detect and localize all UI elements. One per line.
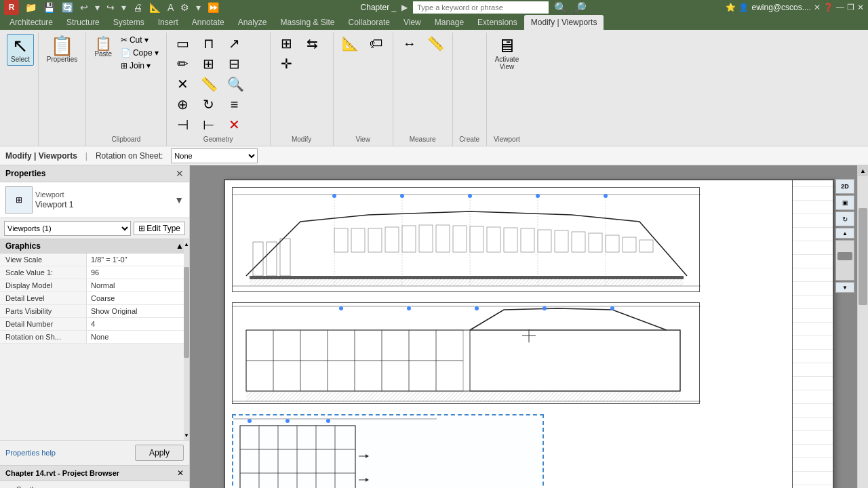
dimension-btn[interactable]: ↔ xyxy=(397,34,422,53)
measure-tool-btn[interactable]: 📏 xyxy=(423,34,448,53)
cope-dropdown-icon[interactable]: ▾ xyxy=(155,48,159,58)
star-icon[interactable]: ⭐ xyxy=(726,3,736,12)
select-btn[interactable]: ↖ Select xyxy=(7,34,34,66)
svg-rect-4 xyxy=(280,239,290,276)
pb-close-btn[interactable]: ✕ xyxy=(177,468,184,478)
view-scale-value[interactable]: 1/8" = 1'-0" xyxy=(87,253,189,266)
pb-item-south[interactable]: South xyxy=(0,484,189,488)
measure-icon[interactable]: 📐 xyxy=(147,2,163,13)
tab-manage[interactable]: Manage xyxy=(428,15,471,30)
view-2d-btn[interactable]: 2D xyxy=(835,179,854,194)
canvas-scrollbar-v[interactable]: ▲ ▼ xyxy=(857,165,868,488)
cut-btn[interactable]: ✂ Cut ▾ xyxy=(117,34,162,46)
properties-help-link[interactable]: Properties help xyxy=(5,449,56,457)
close-app-icon[interactable]: ✕ xyxy=(857,3,864,12)
join-btn[interactable]: ⊞ Join ▾ xyxy=(117,60,162,72)
undo-icon[interactable]: ↩ xyxy=(78,2,90,13)
tab-annotate[interactable]: Annotate xyxy=(185,15,231,30)
graphics-section-header[interactable]: Graphics ▲ xyxy=(0,239,189,253)
user-icon[interactable]: 👤 xyxy=(738,3,749,12)
detail-number-value[interactable]: 4 xyxy=(87,318,189,330)
rectangle-btn[interactable]: ▭ xyxy=(171,34,195,53)
arrow-btn[interactable]: ↗ xyxy=(222,34,247,53)
view-zoom-up-btn[interactable]: ▲ xyxy=(835,228,854,239)
viewport-top[interactable] xyxy=(232,187,700,292)
geo-place-btn[interactable]: ⊕ xyxy=(171,95,195,114)
ruler-btn[interactable]: 📏 xyxy=(197,75,222,94)
geo-search-btn[interactable]: 🔍 xyxy=(223,75,248,94)
viewport-middle[interactable] xyxy=(232,302,700,404)
scale-value-value[interactable]: 96 xyxy=(87,266,189,279)
pipe-btn[interactable]: ⊓ xyxy=(197,34,221,53)
props-scrollbar[interactable]: ▲ ▼ xyxy=(184,239,189,440)
props-scroll-up[interactable]: ▲ xyxy=(184,239,189,249)
text-icon[interactable]: A xyxy=(165,2,176,13)
print-icon[interactable]: 🖨 xyxy=(131,2,144,13)
ribbon-group-modify: ⊞ ⇆ ✛ Modify xyxy=(271,33,334,146)
view-zoom-down-btn[interactable]: ▼ xyxy=(835,282,854,293)
search-input[interactable] xyxy=(413,1,549,14)
cut-dropdown-icon[interactable]: ▾ xyxy=(144,35,149,45)
canvas-area[interactable]: Owner Project Name Unnamed 4.303 2D ▣ ↻ … xyxy=(190,165,868,488)
canvas-scroll-up-btn[interactable]: ▲ xyxy=(858,165,868,176)
view-measure-btn[interactable]: 📐 xyxy=(338,34,363,53)
viewport-selector-arrow[interactable]: ▼ xyxy=(174,195,184,205)
tab-view[interactable]: View xyxy=(397,15,428,30)
geo-trim-btn[interactable]: ⊣ xyxy=(171,115,195,134)
ribbon-search-icon[interactable]: 🔎 xyxy=(573,1,587,14)
copy-btn[interactable]: 📄 Cope ▾ xyxy=(117,47,162,59)
save-icon[interactable]: 💾 xyxy=(41,2,57,13)
tab-architecture[interactable]: Architecture xyxy=(3,15,60,30)
tab-analyze[interactable]: Analyze xyxy=(231,15,274,30)
detail-level-value[interactable]: Coarse xyxy=(87,292,189,304)
tab-massing[interactable]: Massing & Site xyxy=(274,15,342,30)
props-scroll-down[interactable]: ▼ xyxy=(184,430,189,440)
redo-icon[interactable]: ↪ xyxy=(104,2,117,13)
viewport-bottom[interactable] xyxy=(232,414,544,488)
open-icon[interactable]: 📁 xyxy=(23,2,39,13)
pencil-btn[interactable]: ✏ xyxy=(171,54,195,73)
restore-icon[interactable]: ❐ xyxy=(847,3,854,12)
move-btn[interactable]: ✛ xyxy=(275,54,299,73)
help-icon[interactable]: ❓ xyxy=(823,3,833,12)
undo-dropdown-icon[interactable]: ▾ xyxy=(93,2,102,13)
geo-btn4[interactable]: ✕ xyxy=(171,75,195,94)
properties-close-btn[interactable]: ✕ xyxy=(176,168,184,179)
tab-modify-viewports[interactable]: Modify | Viewports xyxy=(524,15,604,30)
props-type-dropdown[interactable]: Viewports (1) xyxy=(4,221,131,236)
edit-type-btn[interactable]: ⊞ Edit Type xyxy=(134,222,185,235)
display-model-value[interactable]: Normal xyxy=(87,279,189,291)
rotation-dropdown[interactable]: None 90° Clockwise 90° Counterclockwise … xyxy=(171,148,258,163)
parts-visibility-value[interactable]: Show Original xyxy=(87,305,189,317)
geo-align-btn[interactable]: ≡ xyxy=(222,95,247,114)
geo-btn3[interactable]: ⊟ xyxy=(222,54,247,73)
search-icon[interactable]: 🔍 xyxy=(554,1,568,14)
tab-insert[interactable]: Insert xyxy=(151,15,185,30)
nav-wheel-icon[interactable]: ⚙ xyxy=(178,2,191,13)
geo-rotate-btn[interactable]: ↻ xyxy=(197,95,221,114)
paste-btn[interactable]: 📋 Paste xyxy=(90,34,116,60)
view-rotate-btn[interactable]: ↻ xyxy=(835,211,854,226)
tab-structure[interactable]: Structure xyxy=(60,15,106,30)
close-addin-icon[interactable]: ✕ xyxy=(814,3,821,12)
geo-btn2[interactable]: ⊞ xyxy=(197,54,221,73)
activate-view-btn[interactable]: 🖥 ActivateView xyxy=(491,34,524,73)
rotation-sh-value[interactable]: None xyxy=(87,331,189,343)
sync-icon[interactable]: 🔄 xyxy=(60,2,75,13)
nav-dropdown-icon[interactable]: ▾ xyxy=(194,2,203,13)
geo-delete-btn[interactable]: ✕ xyxy=(222,115,247,134)
redo-dropdown-icon[interactable]: ▾ xyxy=(119,2,128,13)
tab-extensions[interactable]: Extensions xyxy=(471,15,524,30)
geo-trim2-btn[interactable]: ⊢ xyxy=(197,115,221,134)
tab-collaborate[interactable]: Collaborate xyxy=(342,15,397,30)
join-dropdown-icon[interactable]: ▾ xyxy=(146,61,151,70)
view-tag-btn[interactable]: 🏷 xyxy=(364,34,389,53)
apply-btn[interactable]: Apply xyxy=(135,445,184,461)
flip-btn[interactable]: ⇆ xyxy=(300,34,325,53)
fast-forward-icon[interactable]: ⏩ xyxy=(205,2,221,13)
minimize-icon[interactable]: — xyxy=(836,3,844,12)
align2-btn[interactable]: ⊞ xyxy=(275,34,299,53)
tab-systems[interactable]: Systems xyxy=(106,15,151,30)
view-3d-btn[interactable]: ▣ xyxy=(835,195,854,210)
properties-btn[interactable]: 📋 Properties xyxy=(43,34,82,66)
